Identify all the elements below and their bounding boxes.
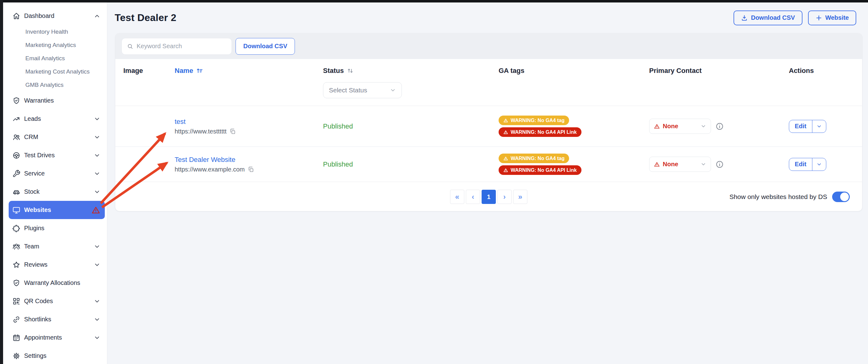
- column-header-status[interactable]: Status: [323, 67, 499, 75]
- sidebar-item-marketing-analytics[interactable]: Marketing Analytics: [9, 38, 107, 52]
- hosted-by-ds-toggle[interactable]: [832, 192, 850, 202]
- sidebar-item-settings[interactable]: Settings: [9, 347, 105, 364]
- sidebar-item-label: Service: [24, 170, 45, 177]
- chevron-down-icon: [94, 134, 100, 141]
- sidebar-item-reviews[interactable]: Reviews: [9, 256, 105, 274]
- sort-ascending-icon: [196, 67, 204, 74]
- download-csv-button-toolbar[interactable]: Download CSV: [236, 38, 295, 55]
- column-header-name[interactable]: Name: [175, 67, 323, 75]
- sidebar-item-shortlinks[interactable]: Shortlinks: [9, 310, 105, 328]
- sidebar-item-crm[interactable]: CRM: [9, 128, 105, 146]
- add-website-button[interactable]: Website: [808, 10, 856, 25]
- chevron-down-icon: [94, 170, 100, 177]
- edit-dropdown-caret[interactable]: [812, 120, 826, 133]
- sidebar: Dashboard Inventory Health Marketing Ana…: [3, 2, 107, 364]
- sidebar-item-warranties[interactable]: Warranties: [9, 92, 105, 110]
- download-csv-button-header[interactable]: Download CSV: [734, 10, 802, 25]
- sidebar-item-inventory-health[interactable]: Inventory Health: [9, 25, 107, 38]
- hosted-toggle-label: Show only websites hosted by DS: [730, 193, 827, 201]
- status-cell: Published: [323, 122, 499, 130]
- sidebar-item-qr-codes[interactable]: QR Codes: [9, 292, 105, 310]
- download-icon: [741, 14, 748, 21]
- ga4-api-warning-badge: WARNING: No GA4 API Link: [499, 127, 582, 137]
- actions-cell: Edit: [789, 158, 862, 171]
- sidebar-item-email-analytics[interactable]: Email Analytics: [9, 52, 107, 65]
- shield-check-icon: [12, 97, 21, 105]
- info-icon[interactable]: [715, 160, 724, 169]
- pagination-first-button[interactable]: «: [450, 190, 464, 204]
- team-icon: [12, 242, 21, 251]
- sidebar-item-websites[interactable]: Websites: [9, 201, 105, 219]
- sidebar-item-team[interactable]: Team: [9, 237, 105, 256]
- copy-icon[interactable]: [248, 166, 254, 173]
- primary-contact-value: None: [663, 123, 678, 130]
- sidebar-item-appointments[interactable]: Appointments: [9, 328, 105, 347]
- primary-contact-select[interactable]: None: [649, 119, 711, 134]
- website-name-link[interactable]: test: [175, 118, 323, 126]
- edit-button[interactable]: Edit: [789, 120, 812, 133]
- chevron-down-icon: [390, 87, 396, 93]
- sidebar-item-leads[interactable]: Leads: [9, 110, 105, 128]
- edit-dropdown-caret[interactable]: [812, 158, 826, 171]
- pagination-prev-button[interactable]: ‹: [466, 190, 480, 204]
- sidebar-subitem-label: Email Analytics: [25, 55, 65, 62]
- chevron-down-icon: [94, 189, 100, 195]
- sidebar-item-marketing-cost-analytics[interactable]: Marketing Cost Analytics: [9, 65, 107, 78]
- column-header-actions: Actions: [789, 67, 862, 75]
- edit-split-button: Edit: [789, 158, 826, 171]
- sidebar-item-service[interactable]: Service: [9, 164, 105, 183]
- sidebar-item-label: Team: [24, 243, 39, 250]
- info-icon[interactable]: [715, 122, 724, 131]
- website-url: https://www.testttttt: [175, 128, 226, 135]
- page-title: Test Dealer 2: [115, 12, 176, 24]
- table-header-row: Image Name Status GA tags Primary Contac…: [115, 59, 862, 82]
- window-left-edge: [0, 0, 3, 364]
- website-url: https://www.example.com: [175, 166, 245, 173]
- website-name-link[interactable]: Test Dealer Website: [175, 156, 323, 164]
- warning-triangle-icon: [91, 205, 100, 215]
- calendar-icon: [12, 334, 21, 342]
- search-input[interactable]: [136, 43, 226, 50]
- sidebar-item-gmb-analytics[interactable]: GMB Analytics: [9, 78, 107, 92]
- chevron-down-icon: [94, 334, 100, 341]
- primary-contact-select[interactable]: None: [649, 157, 711, 172]
- chevron-down-icon: [94, 298, 100, 305]
- window-top-edge: [0, 0, 868, 2]
- sidebar-subitem-label: Marketing Cost Analytics: [25, 68, 90, 75]
- search-icon: [127, 43, 133, 50]
- main-content: Test Dealer 2 Download CSV Website Do: [107, 2, 868, 364]
- sidebar-item-label: Test Drives: [24, 152, 55, 159]
- steering-wheel-icon: [12, 152, 21, 160]
- warning-triangle-icon: [654, 123, 660, 129]
- users-icon: [12, 133, 21, 141]
- chevron-down-icon: [94, 261, 100, 268]
- sidebar-item-label: Stock: [24, 188, 39, 195]
- copy-icon[interactable]: [229, 128, 236, 135]
- ga4-api-warning-badge: WARNING: No GA4 API Link: [499, 165, 582, 175]
- status-filter-placeholder: Select Status: [329, 87, 367, 94]
- sidebar-item-stock[interactable]: Stock: [9, 183, 105, 201]
- pagination-next-button[interactable]: ›: [497, 190, 512, 204]
- page-header: Test Dealer 2 Download CSV Website: [107, 2, 868, 33]
- download-csv-label: Download CSV: [751, 14, 795, 21]
- chevron-down-icon: [94, 115, 100, 122]
- pagination: « ‹ 1 › »: [450, 190, 527, 204]
- sidebar-item-label: Plugins: [24, 225, 44, 232]
- status-filter-select[interactable]: Select Status: [323, 82, 402, 98]
- warning-triangle-icon: [503, 118, 508, 123]
- edit-button[interactable]: Edit: [789, 158, 812, 171]
- sidebar-item-plugins[interactable]: Plugins: [9, 219, 105, 237]
- status-badge: Published: [323, 122, 353, 130]
- ga-tags-cell: WARNING: No GA4 tag WARNING: No GA4 API …: [499, 115, 649, 137]
- sidebar-item-warranty-allocations[interactable]: Warranty Allocations: [9, 274, 105, 292]
- sidebar-subitem-label: Inventory Health: [25, 28, 68, 35]
- chevron-down-icon: [94, 316, 100, 323]
- toggle-knob: [840, 193, 849, 201]
- pagination-last-button[interactable]: »: [513, 190, 527, 204]
- wrench-icon: [12, 170, 21, 178]
- table-toolbar: Download CSV: [115, 33, 862, 59]
- sidebar-item-test-drives[interactable]: Test Drives: [9, 146, 105, 164]
- sort-updown-icon: [346, 67, 354, 74]
- pagination-page-1[interactable]: 1: [482, 190, 496, 204]
- sidebar-item-dashboard[interactable]: Dashboard: [9, 7, 105, 25]
